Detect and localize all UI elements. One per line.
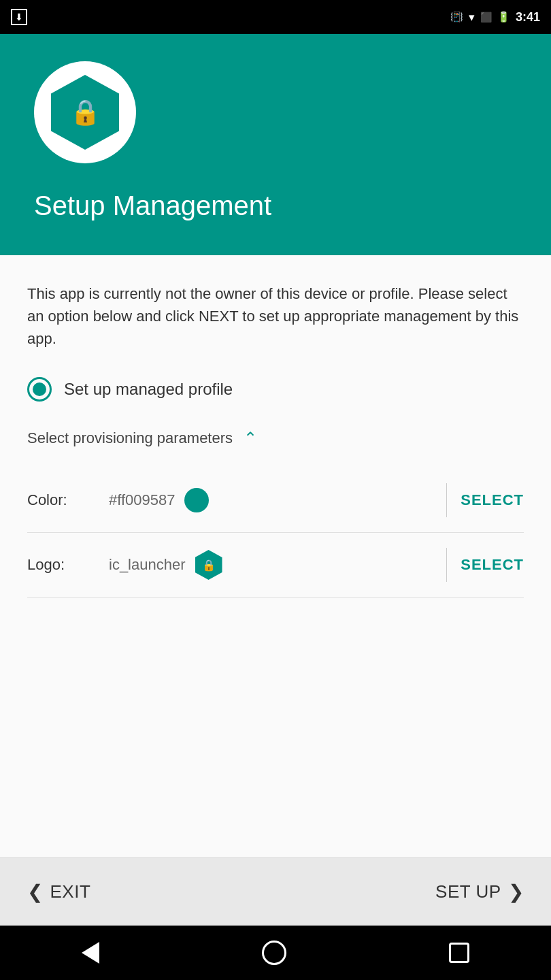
android-back-button[interactable] bbox=[82, 942, 99, 964]
lock-icon: 🔒 bbox=[70, 98, 101, 127]
android-recent-icon bbox=[449, 943, 469, 963]
back-arrow-icon: ❮ bbox=[27, 881, 44, 903]
logo-value: ic_launcher 🔒 bbox=[109, 550, 433, 580]
logo-param-row: Logo: ic_launcher 🔒 SELECT bbox=[27, 533, 524, 598]
battery-icon: 🔋 bbox=[497, 11, 510, 23]
color-swatch bbox=[184, 488, 209, 512]
color-hex-text: #ff009587 bbox=[109, 491, 175, 509]
logo-select-button[interactable]: SELECT bbox=[461, 556, 524, 574]
color-label: Color: bbox=[27, 491, 109, 509]
color-select-button[interactable]: SELECT bbox=[461, 491, 524, 509]
provisioning-header[interactable]: Select provisioning parameters ⌃ bbox=[27, 429, 524, 448]
color-param-row: Color: #ff009587 SELECT bbox=[27, 468, 524, 533]
main-content: This app is currently not the owner of t… bbox=[0, 255, 551, 858]
wifi-icon: ▾ bbox=[469, 10, 475, 24]
android-home-icon bbox=[262, 941, 286, 965]
radio-label: Set up managed profile bbox=[64, 380, 233, 399]
page-title: Setup Management bbox=[34, 191, 271, 221]
color-value: #ff009587 bbox=[109, 488, 433, 512]
android-recent-button[interactable] bbox=[449, 943, 469, 963]
download-icon: ⬇ bbox=[11, 9, 27, 25]
logo-label: Logo: bbox=[27, 556, 109, 574]
hexagon-bg: 🔒 bbox=[51, 75, 119, 150]
app-logo-circle: 🔒 bbox=[34, 61, 136, 163]
logo-name-text: ic_launcher bbox=[109, 556, 186, 574]
setup-label: SET UP bbox=[435, 881, 501, 902]
status-time: 3:41 bbox=[516, 10, 540, 24]
divider2 bbox=[446, 548, 447, 582]
signal-icon: ⬛ bbox=[480, 12, 492, 22]
android-back-icon bbox=[82, 942, 99, 964]
forward-arrow-icon: ❯ bbox=[508, 881, 524, 903]
radio-selected-indicator bbox=[33, 382, 46, 396]
chevron-up-icon: ⌃ bbox=[244, 429, 257, 448]
setup-button[interactable]: SET UP ❯ bbox=[435, 881, 524, 903]
status-bar-left: ⬇ bbox=[11, 9, 27, 25]
bottom-nav-bar: ❮ EXIT SET UP ❯ bbox=[0, 858, 551, 926]
description-text: This app is currently not the owner of t… bbox=[27, 282, 524, 350]
logo-hex-icon: 🔒 bbox=[195, 550, 222, 580]
android-nav-bar bbox=[0, 926, 551, 980]
exit-label: EXIT bbox=[50, 881, 91, 902]
header: 🔒 Setup Management bbox=[0, 34, 551, 255]
divider bbox=[446, 483, 447, 517]
status-bar-right: 📳 ▾ ⬛ 🔋 3:41 bbox=[450, 10, 540, 24]
radio-button[interactable] bbox=[27, 377, 52, 402]
provisioning-title: Select provisioning parameters bbox=[27, 429, 233, 447]
logo-lock-icon: 🔒 bbox=[202, 559, 216, 572]
managed-profile-option[interactable]: Set up managed profile bbox=[27, 377, 524, 402]
android-home-button[interactable] bbox=[262, 941, 286, 965]
status-bar: ⬇ 📳 ▾ ⬛ 🔋 3:41 bbox=[0, 0, 551, 34]
exit-button[interactable]: ❮ EXIT bbox=[27, 881, 90, 903]
vibrate-icon: 📳 bbox=[450, 11, 463, 23]
app-hexagon: 🔒 bbox=[51, 75, 119, 150]
